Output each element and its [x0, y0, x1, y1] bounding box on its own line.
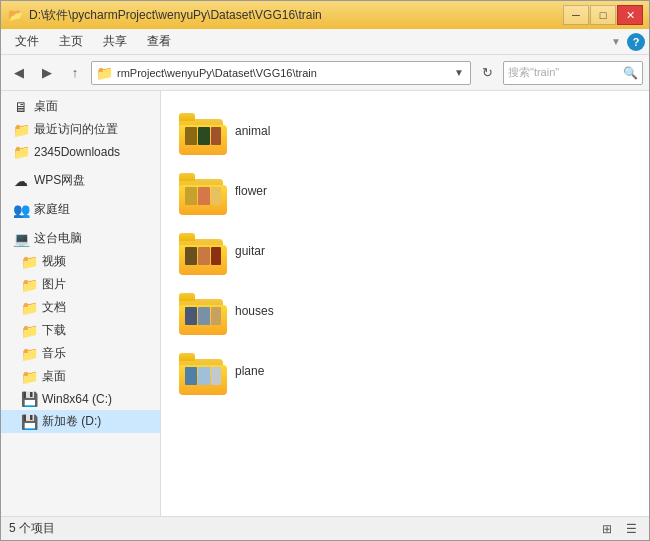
sidebar-item-desktop[interactable]: 🖥 桌面 [1, 95, 160, 118]
up-button[interactable]: ↑ [63, 61, 87, 85]
forward-button[interactable]: ▶ [35, 61, 59, 85]
sidebar-item-downloads2345[interactable]: 📁 2345Downloads [1, 141, 160, 163]
menu-file[interactable]: 文件 [5, 30, 49, 53]
videos-icon: 📁 [21, 254, 37, 270]
folder-front-flower [179, 185, 227, 215]
menu-view[interactable]: 查看 [137, 30, 181, 53]
back-button[interactable]: ◀ [7, 61, 31, 85]
title-bar-icons: 📂 [7, 7, 23, 23]
folder-item-houses[interactable]: houses [171, 281, 371, 341]
folder-preview-houses [185, 307, 221, 333]
address-text: rmProject\wenyuPy\Dataset\VGG16\train [117, 67, 448, 79]
status-bar: 5 个项目 ⊞ ☰ [1, 516, 649, 540]
sidebar-item-wps[interactable]: ☁ WPS网盘 [1, 169, 160, 192]
title-text: D:\软件\pycharmProject\wenyuPy\Dataset\VGG… [29, 7, 563, 24]
folder-name-houses: houses [235, 304, 274, 318]
maximize-button[interactable]: □ [590, 5, 616, 25]
folder-thumb-plane [179, 347, 227, 395]
folder-front-guitar [179, 245, 227, 275]
search-icon[interactable]: 🔍 [623, 66, 638, 80]
folder-item-plane[interactable]: plane [171, 341, 371, 401]
thispc-icon: 💻 [13, 231, 29, 247]
folder-item-flower[interactable]: flower [171, 161, 371, 221]
folder-thumb-houses [179, 287, 227, 335]
title-bar: 📂 D:\软件\pycharmProject\wenyuPy\Dataset\V… [1, 1, 649, 29]
address-bar[interactable]: 📁 rmProject\wenyuPy\Dataset\VGG16\train … [91, 61, 471, 85]
menu-share[interactable]: 共享 [93, 30, 137, 53]
sidebar-item-music[interactable]: 📁 音乐 [1, 342, 160, 365]
folder-preview-guitar [185, 247, 221, 273]
desktop-icon: 🖥 [13, 99, 29, 115]
menu-dropdown-arrow[interactable]: ▼ [611, 36, 621, 47]
window-icon: 📂 [7, 7, 23, 23]
address-dropdown-arrow[interactable]: ▼ [452, 67, 466, 78]
search-bar[interactable]: 搜索"train" 🔍 [503, 61, 643, 85]
window-controls: ─ □ ✕ [563, 5, 643, 25]
downloads2345-icon: 📁 [13, 144, 29, 160]
sidebar-item-recent[interactable]: 📁 最近访问的位置 [1, 118, 160, 141]
pictures-icon: 📁 [21, 277, 37, 293]
sidebar-item-newvol[interactable]: 💾 新加卷 (D:) [1, 410, 160, 433]
wps-icon: ☁ [13, 173, 29, 189]
sidebar-item-pictures[interactable]: 📁 图片 [1, 273, 160, 296]
item-count: 5 个项目 [9, 520, 55, 537]
win8x64-icon: 💾 [21, 391, 37, 407]
menu-bar: 文件 主页 共享 查看 ▼ ? [1, 29, 649, 55]
view-grid-button[interactable]: ⊞ [597, 520, 617, 538]
sidebar-item-homegroup[interactable]: 👥 家庭组 [1, 198, 160, 221]
music-icon: 📁 [21, 346, 37, 362]
folder-list: animal flower guitar [171, 101, 639, 401]
folder-preview-plane [185, 367, 221, 393]
sidebar-item-desktop2[interactable]: 📁 桌面 [1, 365, 160, 388]
folder-thumb-animal [179, 107, 227, 155]
search-placeholder-text: 搜索"train" [508, 65, 620, 80]
folder-front-houses [179, 305, 227, 335]
desktop2-icon: 📁 [21, 369, 37, 385]
recent-icon: 📁 [13, 122, 29, 138]
refresh-button[interactable]: ↻ [475, 61, 499, 85]
folder-name-animal: animal [235, 124, 270, 138]
minimize-button[interactable]: ─ [563, 5, 589, 25]
main-area: 🖥 桌面 📁 最近访问的位置 📁 2345Downloads ☁ WPS网盘 👥… [1, 91, 649, 516]
folder-item-guitar[interactable]: guitar [171, 221, 371, 281]
folder-name-flower: flower [235, 184, 267, 198]
view-buttons: ⊞ ☰ [597, 520, 641, 538]
help-button[interactable]: ? [627, 33, 645, 51]
nav-bar: ◀ ▶ ↑ 📁 rmProject\wenyuPy\Dataset\VGG16\… [1, 55, 649, 91]
close-button[interactable]: ✕ [617, 5, 643, 25]
sidebar-item-videos[interactable]: 📁 视频 [1, 250, 160, 273]
homegroup-icon: 👥 [13, 202, 29, 218]
sidebar-item-win8x64[interactable]: 💾 Win8x64 (C:) [1, 388, 160, 410]
folder-thumb-guitar [179, 227, 227, 275]
folder-name-guitar: guitar [235, 244, 265, 258]
folder-preview-animal [185, 127, 221, 153]
folder-name-plane: plane [235, 364, 264, 378]
menu-home[interactable]: 主页 [49, 30, 93, 53]
sidebar-item-documents[interactable]: 📁 文档 [1, 296, 160, 319]
sidebar: 🖥 桌面 📁 最近访问的位置 📁 2345Downloads ☁ WPS网盘 👥… [1, 91, 161, 516]
folder-front-animal [179, 125, 227, 155]
view-list-button[interactable]: ☰ [621, 520, 641, 538]
window: 📂 D:\软件\pycharmProject\wenyuPy\Dataset\V… [0, 0, 650, 541]
menu-bar-right: ▼ ? [611, 33, 645, 51]
content-area: animal flower guitar [161, 91, 649, 516]
folder-item-animal[interactable]: animal [171, 101, 371, 161]
folder-front-plane [179, 365, 227, 395]
newvol-icon: 💾 [21, 414, 37, 430]
downloads-icon: 📁 [21, 323, 37, 339]
documents-icon: 📁 [21, 300, 37, 316]
sidebar-item-downloads[interactable]: 📁 下载 [1, 319, 160, 342]
folder-preview-flower [185, 187, 221, 213]
address-folder-icon: 📁 [96, 65, 113, 81]
folder-thumb-flower [179, 167, 227, 215]
sidebar-item-thispc[interactable]: 💻 这台电脑 [1, 227, 160, 250]
